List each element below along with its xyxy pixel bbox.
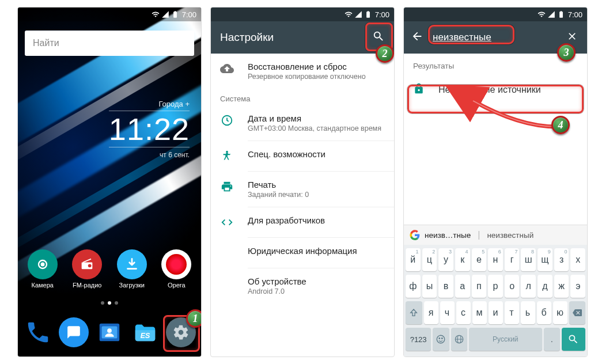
callout-3: 3: [557, 43, 576, 62]
key-ц[interactable]: ц2: [422, 248, 437, 271]
signal-icon: [161, 10, 169, 18]
key-з[interactable]: з0: [554, 248, 569, 271]
key-а[interactable]: а: [455, 275, 470, 298]
opera-icon: [161, 249, 191, 279]
settings-item-datetime[interactable]: Дата и времяGMT+03:00 Москва, стандартно…: [211, 105, 394, 141]
svg-point-10: [437, 335, 445, 343]
dock-messages[interactable]: [56, 317, 92, 350]
radio-icon: [72, 249, 102, 279]
key-и[interactable]: и: [489, 301, 503, 324]
key-р[interactable]: р: [488, 275, 503, 298]
wifi-icon: [152, 10, 160, 18]
suggestion-bar: неизв…тные | неизвестный: [404, 225, 587, 245]
key-х[interactable]: х: [570, 248, 585, 271]
key-с[interactable]: с: [456, 301, 471, 324]
callout-2: 2: [376, 44, 394, 63]
dock-phone[interactable]: [20, 317, 56, 350]
settings-item-developer[interactable]: Для разработчиков: [211, 207, 394, 237]
phone-icon: [23, 317, 53, 347]
phone-settings-list: 7:00 Настройки Восстановление и сбросРез…: [210, 7, 395, 357]
suggestion-1[interactable]: неизв…тные: [425, 231, 471, 240]
suggestion-2[interactable]: неизвестный: [487, 231, 533, 240]
app-downloads[interactable]: Загрузки: [112, 249, 152, 289]
key-ж[interactable]: ж: [554, 275, 569, 298]
key-я[interactable]: я: [424, 301, 438, 324]
section-system: Система: [211, 89, 394, 105]
settings-item-legal[interactable]: Юридическая информация: [211, 238, 394, 268]
key-д[interactable]: д: [538, 275, 553, 298]
clear-button[interactable]: [566, 31, 580, 44]
search-icon: [567, 333, 579, 345]
key-search[interactable]: [562, 328, 585, 351]
keyboard-row-4: ?123 Русский .: [406, 328, 585, 351]
emoji-icon: [436, 334, 446, 344]
key-л[interactable]: л: [521, 275, 536, 298]
settings-item-accessibility[interactable]: Спец. возможности: [211, 141, 394, 171]
key-т[interactable]: т: [505, 301, 519, 324]
battery-icon: [364, 10, 372, 18]
back-button[interactable]: [411, 30, 425, 45]
settings-item-print[interactable]: ПечатьЗаданий печати: 0: [211, 172, 394, 207]
key-ш[interactable]: ш8: [521, 248, 536, 271]
key-к[interactable]: к4: [455, 248, 470, 271]
key-м[interactable]: м: [472, 301, 487, 324]
key-shift[interactable]: [406, 301, 422, 324]
status-bar: 7:00: [211, 7, 394, 21]
key-ф[interactable]: ф: [406, 275, 421, 298]
svg-text:ES: ES: [141, 332, 150, 340]
key-й[interactable]: й1: [406, 248, 421, 271]
keyboard-row-3: ячсмитьбю: [406, 301, 585, 324]
app-opera[interactable]: Opera: [156, 249, 196, 289]
battery-icon: [557, 10, 565, 18]
svg-point-3: [88, 264, 92, 267]
key-е[interactable]: е5: [472, 248, 487, 271]
key-щ[interactable]: щ9: [538, 248, 553, 271]
settings-item-backup[interactable]: Восстановление и сбросРезервное копирова…: [211, 54, 394, 89]
es-icon: ES: [130, 317, 160, 347]
key-г[interactable]: г7: [505, 248, 520, 271]
phone-search-settings: 7:00 Результаты Неизвестные источники не…: [403, 7, 588, 357]
backspace-icon: [572, 308, 583, 317]
app-radio[interactable]: FM-радио: [67, 249, 107, 289]
settings-title: Настройки: [220, 31, 274, 44]
camera-icon: [28, 249, 58, 279]
cloud-icon: [220, 62, 234, 75]
key-э[interactable]: э: [570, 275, 585, 298]
settings-item-about[interactable]: Об устройствеAndroid 7.0: [211, 268, 394, 304]
shift-icon: [409, 308, 418, 317]
key-п[interactable]: п: [472, 275, 487, 298]
clock-widget[interactable]: Города + 11:22 чт 6 сент.: [109, 100, 190, 159]
search-bar[interactable]: Найти: [25, 31, 194, 56]
arrow-back-icon: [411, 30, 423, 43]
key-period[interactable]: .: [544, 328, 560, 351]
phone-home-screen: 7:00 Найти Города + 11:22 чт 6 сент. Кам…: [17, 7, 202, 357]
wifi-icon: [538, 10, 546, 18]
key-ь[interactable]: ь: [521, 301, 535, 324]
clock-icon: [220, 113, 234, 127]
key-emoji[interactable]: [433, 328, 449, 351]
keyboard-row-2: фывапролджэ: [406, 275, 585, 298]
key-в[interactable]: в: [438, 275, 453, 298]
key-о[interactable]: о: [505, 275, 520, 298]
svg-point-6: [107, 328, 112, 333]
apps-row: Камера FM-радио Загрузки Opera: [18, 249, 201, 289]
wifi-icon: [345, 10, 353, 18]
key-ч[interactable]: ч: [440, 301, 455, 324]
arrow-to-result: [461, 95, 565, 138]
status-time: 7:00: [375, 10, 389, 19]
app-camera[interactable]: Камера: [22, 249, 63, 289]
key-symbols[interactable]: ?123: [406, 328, 431, 351]
key-space[interactable]: Русский: [469, 328, 542, 351]
dock-es-explorer[interactable]: ES: [127, 317, 163, 350]
print-icon: [220, 180, 234, 194]
key-у[interactable]: у3: [438, 248, 453, 271]
key-backspace[interactable]: [569, 301, 586, 324]
key-н[interactable]: н6: [488, 248, 503, 271]
dock-contacts[interactable]: [92, 317, 127, 350]
keyboard: й1ц2у3к4е5н6г7ш8щ9з0х фывапролджэ ячсмит…: [404, 245, 587, 357]
battery-icon: [171, 10, 179, 18]
key-globe[interactable]: [451, 328, 467, 351]
key-ы[interactable]: ы: [422, 275, 437, 298]
key-б[interactable]: б: [537, 301, 551, 324]
key-ю[interactable]: ю: [553, 301, 567, 324]
